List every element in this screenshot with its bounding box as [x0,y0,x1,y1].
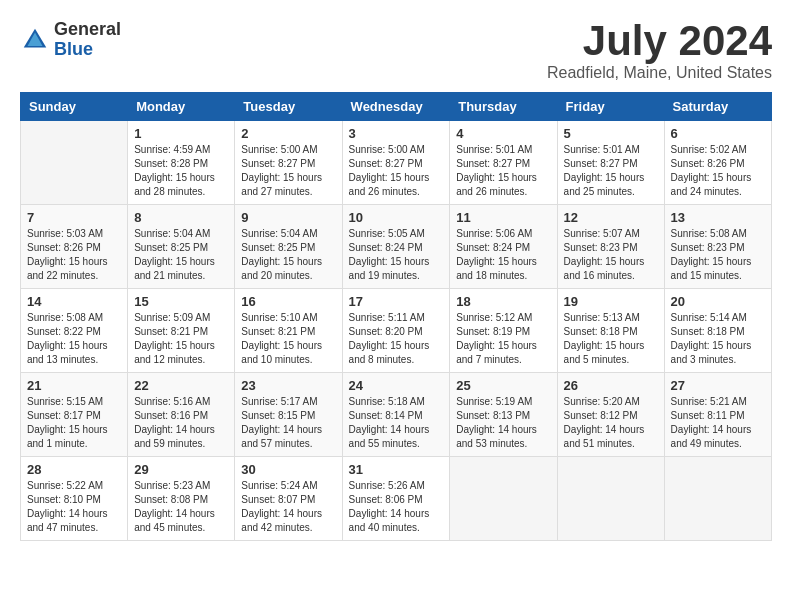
day-info: Sunrise: 5:16 AM Sunset: 8:16 PM Dayligh… [134,395,228,451]
day-number: 20 [671,294,765,309]
day-info: Sunrise: 5:22 AM Sunset: 8:10 PM Dayligh… [27,479,121,535]
day-info: Sunrise: 4:59 AM Sunset: 8:28 PM Dayligh… [134,143,228,199]
day-info: Sunrise: 5:20 AM Sunset: 8:12 PM Dayligh… [564,395,658,451]
day-info: Sunrise: 5:11 AM Sunset: 8:20 PM Dayligh… [349,311,444,367]
calendar-cell: 1Sunrise: 4:59 AM Sunset: 8:28 PM Daylig… [128,121,235,205]
day-number: 28 [27,462,121,477]
calendar-cell: 8Sunrise: 5:04 AM Sunset: 8:25 PM Daylig… [128,205,235,289]
day-number: 8 [134,210,228,225]
day-info: Sunrise: 5:04 AM Sunset: 8:25 PM Dayligh… [134,227,228,283]
calendar-cell: 11Sunrise: 5:06 AM Sunset: 8:24 PM Dayli… [450,205,557,289]
day-info: Sunrise: 5:04 AM Sunset: 8:25 PM Dayligh… [241,227,335,283]
calendar-cell: 31Sunrise: 5:26 AM Sunset: 8:06 PM Dayli… [342,457,450,541]
calendar-cell: 6Sunrise: 5:02 AM Sunset: 8:26 PM Daylig… [664,121,771,205]
day-number: 15 [134,294,228,309]
day-number: 9 [241,210,335,225]
day-info: Sunrise: 5:18 AM Sunset: 8:14 PM Dayligh… [349,395,444,451]
calendar-cell: 30Sunrise: 5:24 AM Sunset: 8:07 PM Dayli… [235,457,342,541]
day-number: 10 [349,210,444,225]
calendar-cell [557,457,664,541]
day-number: 26 [564,378,658,393]
calendar-week-4: 21Sunrise: 5:15 AM Sunset: 8:17 PM Dayli… [21,373,772,457]
day-info: Sunrise: 5:01 AM Sunset: 8:27 PM Dayligh… [564,143,658,199]
day-number: 19 [564,294,658,309]
calendar-cell [21,121,128,205]
calendar-cell [664,457,771,541]
day-info: Sunrise: 5:14 AM Sunset: 8:18 PM Dayligh… [671,311,765,367]
calendar-header-friday: Friday [557,93,664,121]
calendar-cell [450,457,557,541]
calendar-cell: 10Sunrise: 5:05 AM Sunset: 8:24 PM Dayli… [342,205,450,289]
day-info: Sunrise: 5:02 AM Sunset: 8:26 PM Dayligh… [671,143,765,199]
calendar-week-1: 1Sunrise: 4:59 AM Sunset: 8:28 PM Daylig… [21,121,772,205]
day-info: Sunrise: 5:07 AM Sunset: 8:23 PM Dayligh… [564,227,658,283]
day-info: Sunrise: 5:06 AM Sunset: 8:24 PM Dayligh… [456,227,550,283]
day-info: Sunrise: 5:23 AM Sunset: 8:08 PM Dayligh… [134,479,228,535]
calendar-cell: 22Sunrise: 5:16 AM Sunset: 8:16 PM Dayli… [128,373,235,457]
day-number: 3 [349,126,444,141]
logo-blue: Blue [54,39,93,59]
calendar-cell: 14Sunrise: 5:08 AM Sunset: 8:22 PM Dayli… [21,289,128,373]
calendar-cell: 27Sunrise: 5:21 AM Sunset: 8:11 PM Dayli… [664,373,771,457]
day-number: 17 [349,294,444,309]
day-info: Sunrise: 5:19 AM Sunset: 8:13 PM Dayligh… [456,395,550,451]
calendar-header-sunday: Sunday [21,93,128,121]
calendar-cell: 3Sunrise: 5:00 AM Sunset: 8:27 PM Daylig… [342,121,450,205]
day-number: 11 [456,210,550,225]
day-number: 27 [671,378,765,393]
day-number: 7 [27,210,121,225]
calendar-cell: 9Sunrise: 5:04 AM Sunset: 8:25 PM Daylig… [235,205,342,289]
day-number: 18 [456,294,550,309]
day-number: 1 [134,126,228,141]
logo: General Blue [20,20,121,60]
title-block: July 2024 Readfield, Maine, United State… [547,20,772,82]
month-title: July 2024 [547,20,772,62]
day-number: 16 [241,294,335,309]
calendar-cell: 23Sunrise: 5:17 AM Sunset: 8:15 PM Dayli… [235,373,342,457]
day-number: 12 [564,210,658,225]
calendar-table: SundayMondayTuesdayWednesdayThursdayFrid… [20,92,772,541]
day-info: Sunrise: 5:09 AM Sunset: 8:21 PM Dayligh… [134,311,228,367]
page-header: General Blue July 2024 Readfield, Maine,… [20,20,772,82]
calendar-cell: 18Sunrise: 5:12 AM Sunset: 8:19 PM Dayli… [450,289,557,373]
calendar-cell: 21Sunrise: 5:15 AM Sunset: 8:17 PM Dayli… [21,373,128,457]
day-number: 22 [134,378,228,393]
calendar-cell: 4Sunrise: 5:01 AM Sunset: 8:27 PM Daylig… [450,121,557,205]
logo-icon [20,25,50,55]
day-info: Sunrise: 5:24 AM Sunset: 8:07 PM Dayligh… [241,479,335,535]
calendar-cell: 19Sunrise: 5:13 AM Sunset: 8:18 PM Dayli… [557,289,664,373]
calendar-cell: 29Sunrise: 5:23 AM Sunset: 8:08 PM Dayli… [128,457,235,541]
calendar-cell: 15Sunrise: 5:09 AM Sunset: 8:21 PM Dayli… [128,289,235,373]
calendar-header-wednesday: Wednesday [342,93,450,121]
calendar-cell: 17Sunrise: 5:11 AM Sunset: 8:20 PM Dayli… [342,289,450,373]
calendar-cell: 2Sunrise: 5:00 AM Sunset: 8:27 PM Daylig… [235,121,342,205]
calendar-cell: 26Sunrise: 5:20 AM Sunset: 8:12 PM Dayli… [557,373,664,457]
day-info: Sunrise: 5:05 AM Sunset: 8:24 PM Dayligh… [349,227,444,283]
logo-general: General [54,19,121,39]
calendar-cell: 25Sunrise: 5:19 AM Sunset: 8:13 PM Dayli… [450,373,557,457]
day-info: Sunrise: 5:08 AM Sunset: 8:23 PM Dayligh… [671,227,765,283]
day-info: Sunrise: 5:10 AM Sunset: 8:21 PM Dayligh… [241,311,335,367]
calendar-header-tuesday: Tuesday [235,93,342,121]
day-info: Sunrise: 5:01 AM Sunset: 8:27 PM Dayligh… [456,143,550,199]
calendar-week-2: 7Sunrise: 5:03 AM Sunset: 8:26 PM Daylig… [21,205,772,289]
day-info: Sunrise: 5:13 AM Sunset: 8:18 PM Dayligh… [564,311,658,367]
calendar-header-saturday: Saturday [664,93,771,121]
calendar-header-thursday: Thursday [450,93,557,121]
calendar-cell: 28Sunrise: 5:22 AM Sunset: 8:10 PM Dayli… [21,457,128,541]
calendar-header-monday: Monday [128,93,235,121]
day-number: 30 [241,462,335,477]
calendar-cell: 12Sunrise: 5:07 AM Sunset: 8:23 PM Dayli… [557,205,664,289]
calendar-cell: 20Sunrise: 5:14 AM Sunset: 8:18 PM Dayli… [664,289,771,373]
day-info: Sunrise: 5:17 AM Sunset: 8:15 PM Dayligh… [241,395,335,451]
day-number: 29 [134,462,228,477]
day-number: 5 [564,126,658,141]
day-number: 2 [241,126,335,141]
day-info: Sunrise: 5:08 AM Sunset: 8:22 PM Dayligh… [27,311,121,367]
day-info: Sunrise: 5:00 AM Sunset: 8:27 PM Dayligh… [349,143,444,199]
calendar-cell: 16Sunrise: 5:10 AM Sunset: 8:21 PM Dayli… [235,289,342,373]
day-number: 23 [241,378,335,393]
day-info: Sunrise: 5:21 AM Sunset: 8:11 PM Dayligh… [671,395,765,451]
day-info: Sunrise: 5:15 AM Sunset: 8:17 PM Dayligh… [27,395,121,451]
day-info: Sunrise: 5:12 AM Sunset: 8:19 PM Dayligh… [456,311,550,367]
